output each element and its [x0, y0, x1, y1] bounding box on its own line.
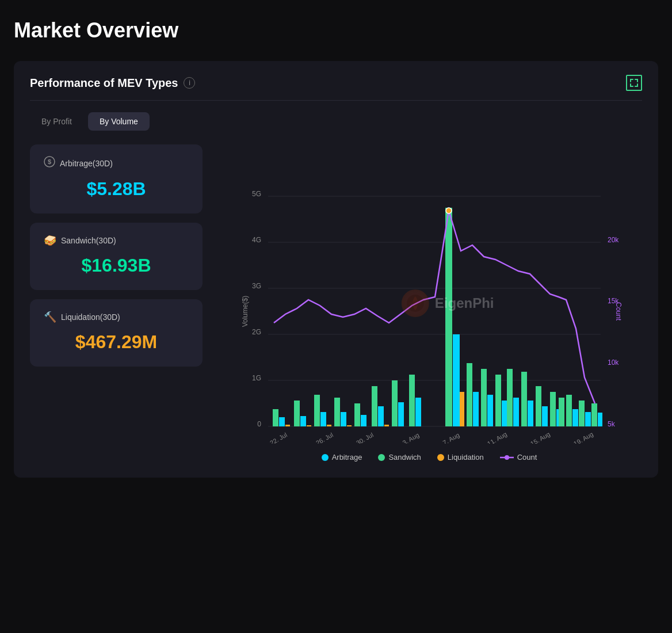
panel-title: Performance of MEV Types: [30, 77, 178, 90]
svg-text:3. Aug: 3. Aug: [401, 432, 420, 444]
sandwich-metric: 🥪 Sandwich(30D) $16.93B: [30, 223, 203, 290]
svg-rect-32: [314, 395, 320, 426]
count-line: [274, 211, 595, 403]
svg-rect-69: [585, 412, 591, 426]
legend-sandwich-dot: [378, 454, 385, 461]
arbitrage-icon: $: [44, 156, 55, 170]
svg-point-73: [505, 455, 509, 460]
spike-dot: [446, 208, 452, 213]
svg-text:11. Aug: 11. Aug: [486, 430, 508, 444]
sandwich-icon: 🥪: [44, 234, 56, 247]
panel-header: Performance of MEV Types i: [30, 75, 642, 101]
svg-rect-35: [334, 398, 340, 426]
svg-text:1G: 1G: [252, 374, 261, 382]
svg-text:5k: 5k: [608, 420, 616, 428]
svg-rect-51: [473, 392, 479, 426]
svg-text:15. Aug: 15. Aug: [529, 430, 551, 444]
svg-rect-29: [294, 401, 300, 426]
legend-count: Count: [500, 453, 537, 462]
svg-text:0: 0: [257, 420, 261, 428]
svg-rect-71: [598, 413, 602, 426]
mev-panel: Performance of MEV Types i By Profit By …: [14, 61, 658, 478]
svg-rect-49: [460, 392, 464, 426]
svg-rect-59: [528, 401, 533, 426]
info-icon[interactable]: i: [184, 77, 195, 89]
expand-icon[interactable]: [626, 75, 642, 91]
legend-sandwich: Sandwich: [378, 453, 421, 462]
svg-rect-54: [495, 375, 501, 426]
svg-rect-70: [591, 403, 597, 426]
svg-rect-41: [378, 406, 384, 426]
title-row: Performance of MEV Types i: [30, 77, 195, 90]
svg-text:30. Jul: 30. Jul: [355, 431, 375, 444]
sandwich-label-row: 🥪 Sandwich(30D): [44, 234, 189, 247]
svg-rect-47: [445, 208, 452, 426]
svg-rect-66: [566, 395, 572, 426]
svg-rect-31: [307, 425, 311, 426]
sandwich-label: Sandwich(30D): [61, 236, 116, 245]
svg-rect-52: [481, 369, 487, 426]
svg-rect-37: [347, 425, 352, 426]
svg-rect-48: [453, 334, 460, 426]
svg-text:Volume($): Volume($): [241, 296, 249, 327]
svg-rect-62: [542, 406, 548, 426]
svg-rect-40: [372, 386, 377, 426]
legend-arbitrage: Arbitrage: [322, 453, 362, 462]
svg-text:3G: 3G: [252, 282, 261, 290]
chart-legend: Arbitrage Sandwich Liquidation Count: [216, 453, 642, 462]
svg-rect-61: [536, 386, 541, 426]
bar-sandwich: [273, 409, 278, 426]
page-title: Market Overview: [14, 18, 658, 43]
metrics-column: $ Arbitrage(30D) $5.28B 🥪 Sandwich(30D) …: [30, 144, 203, 462]
tab-bar: By Profit By Volume: [30, 112, 642, 131]
svg-rect-53: [487, 395, 493, 426]
svg-rect-45: [409, 375, 415, 426]
svg-text:Count: Count: [614, 302, 623, 321]
legend-arbitrage-label: Arbitrage: [332, 453, 362, 462]
liquidation-icon: 🔨: [44, 311, 56, 323]
arbitrage-metric: $ Arbitrage(30D) $5.28B: [30, 144, 203, 213]
svg-rect-30: [300, 416, 306, 426]
svg-rect-63: [550, 392, 556, 426]
svg-rect-46: [415, 398, 421, 426]
tab-by-profit[interactable]: By Profit: [30, 112, 83, 131]
svg-text:$: $: [48, 158, 51, 165]
svg-text:19. Aug: 19. Aug: [572, 430, 594, 444]
svg-text:22. Jul: 22. Jul: [269, 431, 288, 444]
liquidation-value: $467.29M: [44, 331, 189, 353]
svg-rect-57: [513, 398, 519, 426]
legend-count-line-svg: [500, 454, 514, 461]
tab-by-volume[interactable]: By Volume: [88, 112, 150, 131]
svg-text:5G: 5G: [252, 190, 261, 198]
svg-rect-33: [320, 412, 326, 426]
chart-area: EigenPhi 0 1G 2G 3G 4G 5G Volume($) 5k 1…: [216, 144, 642, 462]
liquidation-metric: 🔨 Liquidation(30D) $467.29M: [30, 299, 203, 367]
sandwich-value: $16.93B: [44, 255, 189, 276]
svg-rect-39: [361, 415, 366, 426]
bar-arb: [279, 417, 285, 426]
content-area: $ Arbitrage(30D) $5.28B 🥪 Sandwich(30D) …: [30, 144, 642, 462]
arbitrage-label: Arbitrage(30D): [60, 159, 113, 168]
svg-text:26. Jul: 26. Jul: [315, 431, 334, 444]
svg-rect-65: [559, 398, 564, 426]
liquidation-label: Liquidation(30D): [61, 312, 120, 322]
legend-sandwich-label: Sandwich: [388, 453, 421, 462]
svg-rect-43: [392, 380, 398, 426]
chart-svg: 0 1G 2G 3G 4G 5G Volume($) 5k 10k 15k 20…: [216, 144, 642, 444]
legend-count-label: Count: [517, 453, 537, 462]
liquidation-label-row: 🔨 Liquidation(30D): [44, 311, 189, 323]
bar-liq: [285, 425, 290, 426]
legend-liquidation: Liquidation: [437, 453, 484, 462]
svg-rect-44: [398, 402, 404, 426]
svg-rect-36: [341, 412, 346, 426]
svg-rect-67: [572, 409, 578, 426]
svg-text:2G: 2G: [252, 328, 261, 336]
svg-rect-56: [507, 369, 513, 426]
arbitrage-value: $5.28B: [44, 178, 189, 200]
svg-text:4G: 4G: [252, 236, 261, 244]
svg-rect-34: [327, 425, 331, 426]
legend-liquidation-label: Liquidation: [448, 453, 484, 462]
svg-text:20k: 20k: [608, 236, 619, 244]
arbitrage-label-row: $ Arbitrage(30D): [44, 156, 189, 170]
legend-arbitrage-dot: [322, 454, 329, 461]
